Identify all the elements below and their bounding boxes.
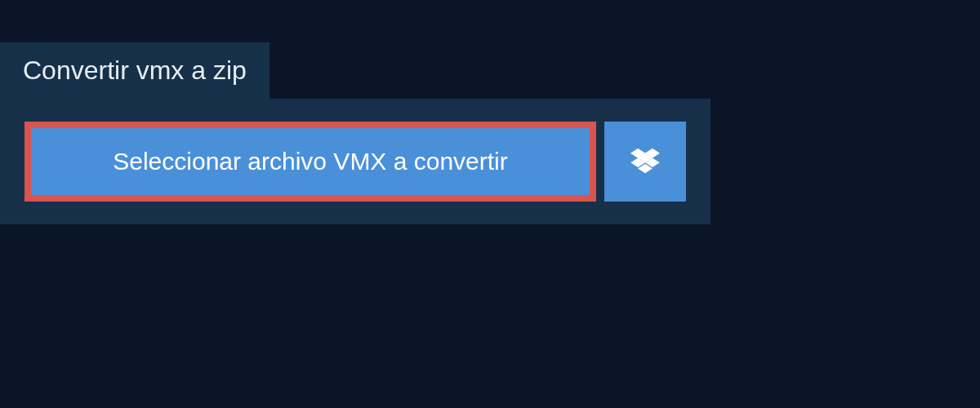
dropbox-button[interactable] <box>604 122 686 202</box>
select-file-button[interactable]: Seleccionar archivo VMX a convertir <box>24 122 596 202</box>
converter-panel: Seleccionar archivo VMX a convertir <box>0 99 710 224</box>
tab-convert[interactable]: Convertir vmx a zip <box>0 42 270 99</box>
select-file-label: Seleccionar archivo VMX a convertir <box>113 148 508 175</box>
button-row: Seleccionar archivo VMX a convertir <box>24 122 686 202</box>
tab-label: Convertir vmx a zip <box>23 55 247 85</box>
dropbox-icon <box>630 149 660 175</box>
tab-bar: Convertir vmx a zip <box>0 0 980 99</box>
